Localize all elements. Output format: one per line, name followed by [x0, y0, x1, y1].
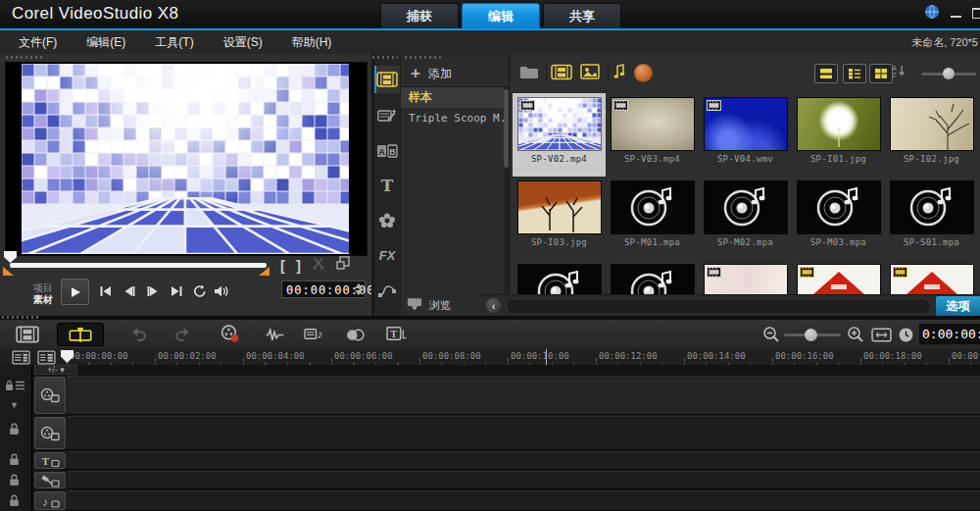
music-track-lane[interactable]	[67, 490, 980, 511]
scrubber-playhead[interactable]	[4, 251, 17, 263]
library-item[interactable]: SP-V03.mp4	[606, 93, 699, 177]
library-item[interactable]	[792, 260, 885, 294]
library-item[interactable]: SP-S01.mpa	[885, 177, 978, 260]
trim-end-handle[interactable]	[259, 267, 270, 276]
panel-grip[interactable]	[405, 56, 442, 59]
globe-icon[interactable]	[924, 4, 940, 24]
video-track-lane[interactable]	[67, 376, 980, 415]
enlarge-preview-icon[interactable]	[336, 256, 350, 274]
voice-track-header[interactable]	[34, 472, 66, 488]
subtitle-editor-button[interactable]: T	[386, 325, 407, 342]
clip-mode-label[interactable]: 素材	[33, 293, 53, 307]
panel-grip[interactable]	[2, 316, 39, 319]
scrubber-bar[interactable]	[10, 263, 267, 268]
panel-grip[interactable]	[372, 56, 398, 59]
library-item[interactable]: SP-M01.mpa	[606, 177, 699, 260]
library-item[interactable]: SP-M03.mpa	[792, 177, 885, 260]
nav-filter-icon[interactable]: FX	[374, 241, 400, 269]
clock-duration-icon[interactable]	[898, 327, 914, 343]
record-capture-button[interactable]	[220, 324, 240, 343]
library-item[interactable]: SP-I01.jpg	[792, 93, 885, 177]
track-transparency-button[interactable]	[345, 328, 366, 342]
sound-mixer-button[interactable]	[265, 327, 285, 343]
timeline-playhead[interactable]	[61, 350, 74, 363]
restore-button[interactable]	[972, 5, 980, 23]
menu-item[interactable]: 编辑(E)	[72, 30, 140, 54]
menu-item[interactable]: 帮助(H)	[277, 30, 347, 54]
next-frame-button[interactable]	[143, 283, 162, 298]
mark-in-button[interactable]: [	[280, 257, 285, 274]
folder-item[interactable]: Triple Scoop M...	[401, 108, 509, 128]
previous-frame-button[interactable]	[120, 283, 138, 298]
import-folder-icon[interactable]	[519, 64, 539, 79]
add-folder-button[interactable]: + 添加	[401, 62, 509, 87]
add-remove-track-button[interactable]: +/- ▾	[34, 365, 77, 375]
library-item[interactable]	[513, 260, 606, 294]
library-item[interactable]: SP-V04.wmv	[699, 93, 792, 177]
nav-motion-path-icon[interactable]	[374, 277, 400, 304]
undo-button[interactable]	[129, 326, 148, 341]
nav-title-icon[interactable]: T	[374, 172, 400, 199]
collapse-caret-icon[interactable]: ▼	[10, 400, 19, 410]
voice-track-lane[interactable]	[67, 471, 980, 489]
music-track-header[interactable]: ♪	[34, 491, 66, 510]
filter-audio-icon[interactable]	[612, 63, 626, 79]
library-item[interactable]	[699, 260, 792, 294]
horizontal-scroll-strip[interactable]	[508, 300, 929, 313]
repeat-button[interactable]	[190, 283, 209, 298]
timeline-timecode[interactable]: 0:00:00:00	[919, 324, 980, 344]
title-track-header[interactable]: T	[34, 452, 66, 469]
options-button[interactable]: 选项	[936, 296, 980, 316]
zoom-in-icon[interactable]	[847, 326, 864, 343]
panel-grip[interactable]	[6, 56, 43, 59]
mode-tab[interactable]: 共享	[543, 3, 621, 28]
go-to-end-button[interactable]	[167, 283, 185, 298]
sort-icon[interactable]: AZ	[890, 64, 906, 78]
triple-scoop-music-icon[interactable]	[634, 64, 653, 82]
auto-music-button[interactable]: ♪	[304, 325, 324, 342]
zoom-out-icon[interactable]	[762, 326, 780, 343]
library-item[interactable]	[885, 260, 978, 294]
slider-knob[interactable]	[805, 329, 817, 341]
ride-all-tracks-icon[interactable]	[5, 379, 26, 391]
view-thumbnail-title-button[interactable]	[814, 64, 838, 83]
storyboard-view-button[interactable]	[16, 326, 39, 343]
timeline-ruler[interactable]: 00:00:00:0000:00:02:0000:00:04:0000:00:0…	[0, 349, 980, 366]
library-item[interactable]: SP-I03.jpg	[513, 177, 606, 260]
play-button[interactable]	[61, 279, 89, 305]
scroll-left-button[interactable]: ‹	[486, 298, 501, 313]
menu-item[interactable]: 文件(F)	[4, 30, 72, 54]
preview-timecode[interactable]: 00:00:00:00	[281, 281, 366, 298]
browse-button[interactable]: 浏览	[407, 297, 451, 313]
nav-transition-icon[interactable]: AB	[374, 137, 400, 165]
timeline-view-button[interactable]	[57, 323, 104, 346]
menu-item[interactable]: 设置(S)	[209, 30, 277, 54]
menu-item[interactable]: 工具(T)	[140, 30, 208, 54]
filter-photos-icon[interactable]	[580, 64, 600, 79]
split-clip-icon[interactable]	[312, 256, 325, 274]
lock-title-track-icon[interactable]	[9, 453, 20, 466]
folder-item[interactable]: 样本	[401, 87, 509, 108]
video-track-header[interactable]	[34, 377, 66, 414]
library-item[interactable]	[606, 260, 699, 294]
timecode-spinner[interactable]	[355, 283, 363, 295]
library-item[interactable]: SP-V02.mp4	[513, 93, 606, 177]
library-item[interactable]: SP-I02.jpg	[885, 93, 978, 177]
lock-voice-track-icon[interactable]	[9, 474, 20, 486]
nav-graphic-icon[interactable]	[374, 207, 400, 234]
nav-instant-project-icon[interactable]	[374, 102, 400, 129]
minimize-button[interactable]	[951, 5, 961, 23]
mode-tab[interactable]: 捕获	[380, 3, 459, 28]
fit-timeline-icon[interactable]	[871, 328, 892, 342]
title-track-lane[interactable]	[67, 451, 980, 470]
track-manager-button[interactable]	[10, 350, 31, 364]
volume-button[interactable]	[212, 283, 230, 298]
overlay-track-header[interactable]	[34, 417, 66, 449]
lock-overlay-track-icon[interactable]	[9, 423, 20, 435]
overlay-track-lane[interactable]	[67, 416, 980, 450]
mode-tab[interactable]: 编辑	[462, 3, 540, 28]
lock-music-track-icon[interactable]	[9, 494, 20, 507]
nav-media-icon[interactable]	[374, 66, 400, 93]
filter-videos-icon[interactable]	[551, 64, 572, 80]
library-item[interactable]: SP-M02.mpa	[699, 177, 792, 260]
